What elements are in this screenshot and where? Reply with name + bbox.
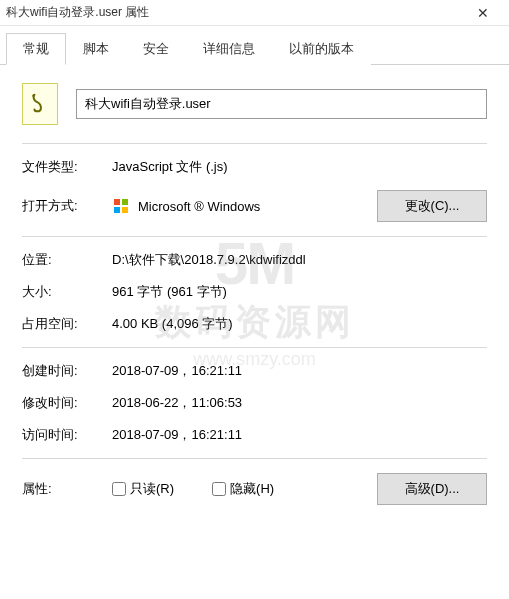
separator bbox=[22, 143, 487, 144]
window-title: 科大wifi自动登录.user 属性 bbox=[6, 4, 149, 21]
tab-security[interactable]: 安全 bbox=[126, 33, 186, 65]
row-location: 位置: D:\软件下载\2018.7.9.2\kdwifizddl bbox=[22, 251, 487, 269]
close-button[interactable]: ✕ bbox=[463, 1, 503, 25]
advanced-button[interactable]: 高级(D)... bbox=[377, 473, 487, 505]
hidden-checkbox-wrap[interactable]: 隐藏(H) bbox=[212, 480, 274, 498]
svg-rect-3 bbox=[114, 207, 120, 213]
location-label: 位置: bbox=[22, 251, 112, 269]
row-filetype: 文件类型: JavaScript 文件 (.js) bbox=[22, 158, 487, 176]
windows-logo-icon bbox=[112, 197, 130, 215]
change-button[interactable]: 更改(C)... bbox=[377, 190, 487, 222]
separator bbox=[22, 236, 487, 237]
modified-value: 2018-06-22，11:06:53 bbox=[112, 394, 487, 412]
tab-general[interactable]: 常规 bbox=[6, 33, 66, 65]
separator bbox=[22, 458, 487, 459]
ondisk-value: 4.00 KB (4,096 字节) bbox=[112, 315, 487, 333]
openwith-app: Microsoft ® Windows bbox=[112, 197, 377, 215]
created-value: 2018-07-09，16:21:11 bbox=[112, 362, 487, 380]
row-size: 大小: 961 字节 (961 字节) bbox=[22, 283, 487, 301]
tab-script[interactable]: 脚本 bbox=[66, 33, 126, 65]
row-size-on-disk: 占用空间: 4.00 KB (4,096 字节) bbox=[22, 315, 487, 333]
tab-bar: 常规 脚本 安全 详细信息 以前的版本 bbox=[0, 32, 509, 65]
hidden-label: 隐藏(H) bbox=[230, 480, 274, 498]
readonly-checkbox[interactable] bbox=[112, 482, 126, 496]
accessed-label: 访问时间: bbox=[22, 426, 112, 444]
file-icon bbox=[22, 83, 58, 125]
created-label: 创建时间: bbox=[22, 362, 112, 380]
tab-previous-versions[interactable]: 以前的版本 bbox=[272, 33, 371, 65]
location-value: D:\软件下载\2018.7.9.2\kdwifizddl bbox=[112, 251, 487, 269]
hidden-checkbox[interactable] bbox=[212, 482, 226, 496]
tab-details[interactable]: 详细信息 bbox=[186, 33, 272, 65]
filename-input[interactable]: 科大wifi自动登录.user bbox=[76, 89, 487, 119]
ondisk-label: 占用空间: bbox=[22, 315, 112, 333]
filetype-value: JavaScript 文件 (.js) bbox=[112, 158, 487, 176]
modified-label: 修改时间: bbox=[22, 394, 112, 412]
svg-rect-2 bbox=[122, 199, 128, 205]
close-icon: ✕ bbox=[477, 5, 489, 21]
svg-point-0 bbox=[32, 94, 35, 97]
row-modified: 修改时间: 2018-06-22，11:06:53 bbox=[22, 394, 487, 412]
svg-rect-1 bbox=[114, 199, 120, 205]
filetype-label: 文件类型: bbox=[22, 158, 112, 176]
readonly-checkbox-wrap[interactable]: 只读(R) bbox=[112, 480, 174, 498]
openwith-label: 打开方式: bbox=[22, 197, 112, 215]
content-panel: 科大wifi自动登录.user 文件类型: JavaScript 文件 (.js… bbox=[0, 65, 509, 529]
row-openwith: 打开方式: Microsoft ® Windows 更改(C)... bbox=[22, 190, 487, 222]
row-attributes: 属性: 只读(R) 隐藏(H) 高级(D)... bbox=[22, 473, 487, 505]
row-created: 创建时间: 2018-07-09，16:21:11 bbox=[22, 362, 487, 380]
size-value: 961 字节 (961 字节) bbox=[112, 283, 487, 301]
accessed-value: 2018-07-09，16:21:11 bbox=[112, 426, 487, 444]
svg-rect-4 bbox=[122, 207, 128, 213]
titlebar: 科大wifi自动登录.user 属性 ✕ bbox=[0, 0, 509, 26]
readonly-label: 只读(R) bbox=[130, 480, 174, 498]
row-accessed: 访问时间: 2018-07-09，16:21:11 bbox=[22, 426, 487, 444]
separator bbox=[22, 347, 487, 348]
file-header: 科大wifi自动登录.user bbox=[22, 83, 487, 125]
attributes-label: 属性: bbox=[22, 480, 112, 498]
size-label: 大小: bbox=[22, 283, 112, 301]
openwith-app-name: Microsoft ® Windows bbox=[138, 199, 260, 214]
